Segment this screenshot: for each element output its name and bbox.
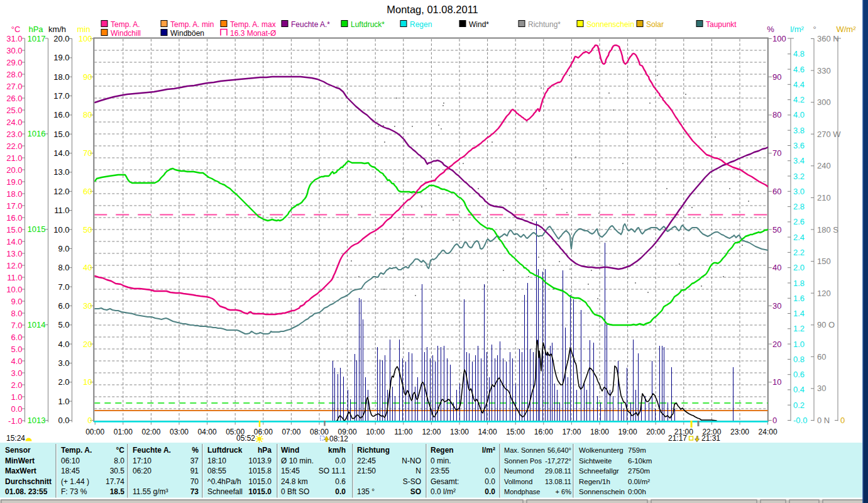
svg-text:330: 330	[817, 66, 831, 75]
svg-text:22.0: 22.0	[6, 141, 22, 151]
svg-text:13.08.11: 13.08.11	[545, 478, 571, 485]
svg-text:1015.8: 1015.8	[248, 467, 272, 475]
svg-text:20.0: 20.0	[6, 165, 22, 175]
svg-text:17:10: 17:10	[133, 456, 151, 465]
svg-text:08:55: 08:55	[207, 467, 226, 475]
svg-text:MaxWert: MaxWert	[5, 467, 36, 475]
svg-text:1.0: 1.0	[58, 397, 69, 406]
svg-text:60: 60	[772, 187, 781, 196]
svg-text:1.2: 1.2	[793, 324, 805, 333]
svg-text:0: 0	[840, 416, 845, 425]
svg-text:Feuchte A.*: Feuchte A.*	[291, 20, 330, 29]
svg-text:Windchill: Windchill	[111, 29, 141, 38]
svg-text:29.0: 29.0	[6, 58, 22, 67]
svg-text:Richtung*: Richtung*	[528, 20, 561, 29]
svg-text:N: N	[415, 467, 421, 475]
svg-text:19.0: 19.0	[6, 177, 22, 187]
svg-text:50: 50	[772, 225, 781, 235]
svg-text:-17,272°: -17,272°	[545, 457, 571, 465]
svg-text:0:00h: 0:00h	[628, 488, 646, 495]
svg-text:04:00: 04:00	[198, 428, 217, 436]
svg-text:Solar: Solar	[646, 20, 664, 29]
svg-text:0.0 l/m²: 0.0 l/m²	[431, 487, 456, 496]
svg-text:300: 300	[817, 97, 831, 107]
svg-text:hPa: hPa	[258, 446, 272, 455]
svg-text:-1.0: -1.0	[8, 416, 22, 426]
svg-text:22:45: 22:45	[357, 456, 376, 465]
svg-text:+ 6%: + 6%	[556, 488, 572, 495]
svg-text:17.74: 17.74	[106, 477, 124, 486]
svg-text:Temp. A.: Temp. A.	[61, 446, 92, 455]
svg-text:40: 40	[83, 263, 92, 272]
svg-text:S-SO: S-SO	[403, 477, 421, 486]
svg-text:1013.9: 1013.9	[248, 456, 272, 465]
svg-text:0.6: 0.6	[335, 477, 346, 486]
svg-text:1014: 1014	[28, 320, 46, 329]
svg-text:30.5: 30.5	[110, 467, 125, 475]
svg-text:Luftdruck: Luftdruck	[207, 446, 243, 455]
svg-text:l/m²: l/m²	[482, 446, 495, 455]
svg-text:Sichtweite: Sichtweite	[579, 457, 612, 465]
svg-text:40: 40	[772, 263, 781, 272]
svg-text:3.8: 3.8	[793, 126, 805, 135]
svg-text:759m: 759m	[628, 446, 646, 454]
svg-text:73: 73	[190, 487, 199, 496]
svg-text:Schneefallgr: Schneefallgr	[579, 467, 619, 475]
svg-text:16.3 Monat-Ø: 16.3 Monat-Ø	[230, 29, 276, 38]
svg-text:7.0: 7.0	[11, 321, 22, 330]
svg-text:(+ 1.44 ): (+ 1.44 )	[61, 477, 89, 486]
svg-text:2.2: 2.2	[793, 248, 805, 257]
svg-text:N-NO: N-NO	[402, 456, 421, 465]
svg-text:10.0: 10.0	[6, 285, 22, 294]
svg-text:°C: °C	[116, 446, 125, 455]
svg-text:2.0: 2.0	[793, 263, 805, 272]
svg-text:24.8 km: 24.8 km	[281, 477, 308, 486]
svg-text:W/m²: W/m²	[836, 25, 856, 34]
svg-text:17.0: 17.0	[53, 91, 69, 101]
svg-text:Gesamt:: Gesamt:	[431, 477, 459, 486]
svg-text:10: 10	[83, 377, 92, 387]
svg-text:8.0: 8.0	[58, 263, 69, 272]
svg-text:1013: 1013	[28, 416, 46, 425]
svg-text:Wolkenunterg: Wolkenunterg	[579, 446, 624, 454]
svg-text:Feuchte A.: Feuchte A.	[133, 446, 171, 455]
svg-text:0.4: 0.4	[793, 385, 805, 394]
svg-text:01.08. 23:55: 01.08. 23:55	[5, 487, 48, 496]
svg-text:19.0: 19.0	[53, 53, 69, 62]
svg-text:%: %	[192, 446, 199, 455]
svg-text:0.0: 0.0	[485, 467, 495, 475]
svg-text:15:00: 15:00	[506, 428, 525, 436]
svg-text:21:50: 21:50	[357, 467, 376, 475]
svg-text:0.0l/m²: 0.0l/m²	[628, 478, 650, 485]
svg-text:16.0: 16.0	[53, 110, 69, 119]
svg-text:0 N: 0 N	[817, 416, 830, 425]
svg-text:20: 20	[83, 340, 92, 349]
svg-text:20:00: 20:00	[646, 428, 665, 436]
svg-text:18:00: 18:00	[590, 428, 609, 436]
svg-text:12.0: 12.0	[53, 187, 69, 196]
svg-text:3.0: 3.0	[11, 368, 22, 378]
svg-text:MinWert: MinWert	[5, 456, 35, 465]
svg-text:1015.0: 1015.0	[248, 477, 272, 486]
svg-text:6.0: 6.0	[11, 333, 22, 342]
svg-text:37: 37	[190, 456, 199, 465]
svg-text:F: 73 %: F: 73 %	[61, 487, 87, 496]
svg-text:17:00: 17:00	[562, 428, 581, 436]
svg-text:01:00: 01:00	[114, 428, 133, 436]
svg-text:2.0: 2.0	[11, 380, 22, 390]
svg-text:Richtung: Richtung	[357, 446, 390, 455]
svg-text:11.55 g/m³: 11.55 g/m³	[133, 487, 168, 496]
svg-text:%: %	[767, 25, 774, 34]
svg-text:km/h: km/h	[48, 25, 66, 34]
svg-text:12:00: 12:00	[422, 428, 441, 436]
svg-text:0.0: 0.0	[11, 404, 22, 414]
svg-text:9.0: 9.0	[11, 297, 22, 306]
svg-text:60: 60	[817, 352, 826, 362]
svg-text:30: 30	[772, 301, 781, 311]
svg-text:13:00: 13:00	[450, 428, 469, 436]
svg-text:4.6: 4.6	[793, 65, 805, 74]
svg-text:14.0: 14.0	[6, 237, 22, 246]
svg-text:02:00: 02:00	[141, 428, 160, 436]
svg-text:100: 100	[79, 34, 92, 43]
svg-text:Vollmond: Vollmond	[504, 478, 532, 485]
